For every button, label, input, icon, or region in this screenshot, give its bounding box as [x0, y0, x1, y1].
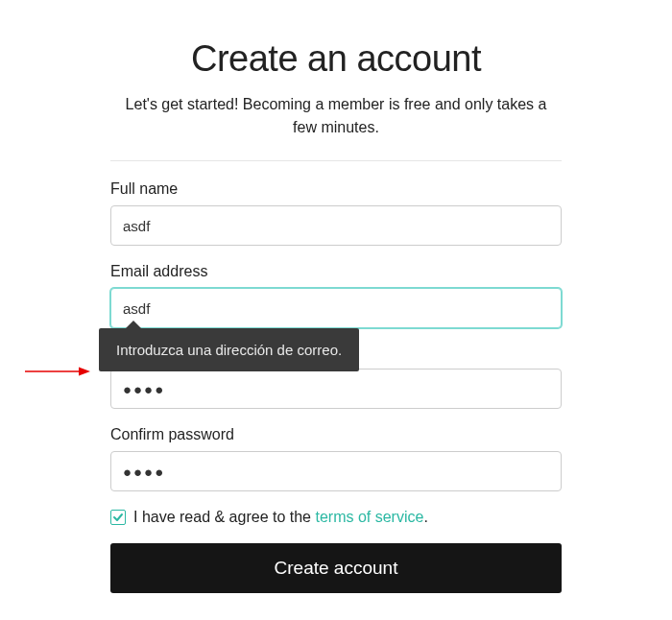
- signup-form-container: Create an account Let's get started! Bec…: [110, 0, 562, 593]
- validation-tooltip: Introduzca una dirección de correo.: [99, 328, 359, 371]
- svg-marker-1: [79, 368, 90, 376]
- terms-row: I have read & agree to the terms of serv…: [110, 509, 562, 526]
- email-group: Email address Introduzca una dirección d…: [110, 263, 562, 328]
- fullname-label: Full name: [110, 180, 562, 198]
- annotation-arrow: [23, 365, 90, 378]
- page-title: Create an account: [110, 38, 562, 80]
- confirm-password-input[interactable]: [110, 451, 562, 491]
- confirm-password-label: Confirm password: [110, 426, 562, 443]
- checkmark-icon: [112, 512, 124, 523]
- email-input[interactable]: [110, 288, 562, 328]
- divider: [110, 160, 562, 161]
- email-label: Email address: [110, 263, 562, 280]
- terms-checkbox[interactable]: [110, 510, 126, 525]
- password-input[interactable]: [110, 369, 562, 409]
- fullname-group: Full name: [110, 180, 562, 246]
- terms-of-service-link[interactable]: terms of service: [315, 509, 423, 525]
- create-account-button[interactable]: Create account: [110, 543, 562, 593]
- fullname-input[interactable]: [110, 205, 562, 246]
- page-subtitle: Let's get started! Becoming a member is …: [125, 93, 547, 139]
- confirm-password-group: Confirm password: [110, 426, 562, 491]
- terms-text: I have read & agree to the terms of serv…: [133, 509, 428, 526]
